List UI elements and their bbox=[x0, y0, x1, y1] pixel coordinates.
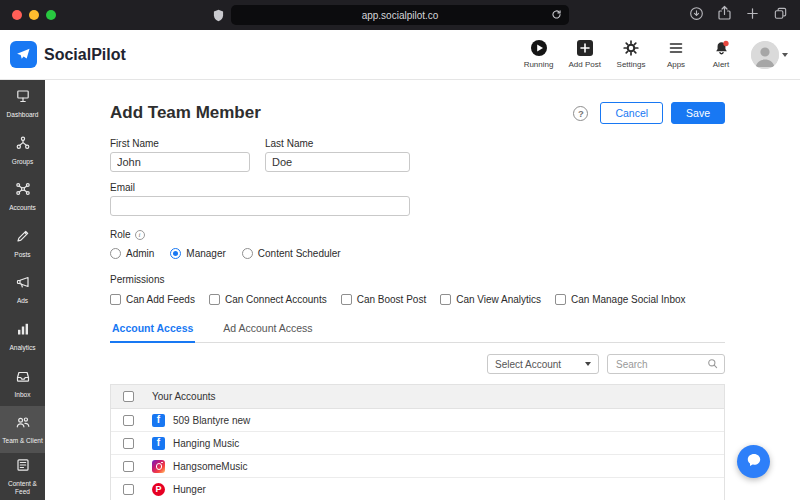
manager-radio[interactable] bbox=[170, 248, 181, 259]
accounts-icon bbox=[15, 181, 31, 201]
chat-launcher-button[interactable] bbox=[737, 445, 770, 478]
profile-menu[interactable] bbox=[751, 41, 788, 69]
table-row[interactable]: Hanging Music bbox=[111, 432, 724, 455]
dashboard-icon bbox=[15, 88, 31, 108]
role-label: Role bbox=[110, 229, 131, 240]
account-name: Hanging Music bbox=[173, 438, 239, 449]
bell-icon bbox=[713, 39, 730, 57]
zoom-window-button[interactable] bbox=[46, 10, 56, 20]
minimize-window-button[interactable] bbox=[29, 10, 39, 20]
table-row[interactable]: Hunger bbox=[111, 478, 724, 500]
can-view-analytics-checkbox[interactable] bbox=[440, 294, 451, 305]
cancel-button[interactable]: Cancel bbox=[600, 102, 663, 124]
main-content: Add Team Member Cancel Save First Name L… bbox=[45, 80, 800, 500]
add-post-button[interactable]: Add Post bbox=[569, 39, 601, 69]
table-row[interactable]: HangsomeMusic bbox=[111, 455, 724, 478]
team-icon bbox=[15, 414, 31, 434]
last-name-label: Last Name bbox=[265, 138, 410, 149]
sidebar-item-content-feed[interactable]: Content & Feed bbox=[0, 453, 45, 500]
url-text: app.socialpilot.co bbox=[362, 10, 439, 21]
sidebar-item-accounts[interactable]: Accounts bbox=[0, 173, 45, 220]
accounts-table: Your Accounts 509 Blantyre new Hanging M… bbox=[110, 384, 725, 500]
content-scheduler-radio[interactable] bbox=[242, 248, 253, 259]
account-select[interactable]: Select Account bbox=[487, 354, 599, 374]
apps-button[interactable]: Apps bbox=[661, 39, 691, 69]
chat-bubble-icon bbox=[746, 452, 762, 472]
permission-can-manage-social-inbox[interactable]: Can Manage Social Inbox bbox=[555, 294, 686, 305]
chevron-down-icon bbox=[782, 53, 788, 57]
role-option-content-scheduler[interactable]: Content Scheduler bbox=[242, 248, 341, 259]
account-select-value: Select Account bbox=[495, 359, 561, 370]
table-row[interactable]: 509 Blantyre new bbox=[111, 409, 724, 432]
sidebar-item-dashboard[interactable]: Dashboard bbox=[0, 80, 45, 127]
chevron-down-icon bbox=[585, 362, 591, 366]
sidebar-item-analytics[interactable]: Analytics bbox=[0, 313, 45, 360]
browser-titlebar: app.socialpilot.co bbox=[0, 0, 800, 30]
permission-can-boost-post[interactable]: Can Boost Post bbox=[341, 294, 426, 305]
tab-overview-icon[interactable] bbox=[773, 6, 788, 25]
help-icon[interactable] bbox=[573, 106, 588, 121]
search-input[interactable] bbox=[614, 358, 703, 371]
can-add-feeds-checkbox[interactable] bbox=[110, 294, 121, 305]
permission-can-add-feeds[interactable]: Can Add Feeds bbox=[110, 294, 195, 305]
last-name-field[interactable] bbox=[265, 152, 410, 172]
posts-icon bbox=[15, 228, 31, 248]
groups-icon bbox=[15, 135, 31, 155]
info-icon[interactable] bbox=[135, 230, 145, 240]
close-window-button[interactable] bbox=[12, 10, 22, 20]
inbox-icon bbox=[15, 368, 31, 388]
feed-icon bbox=[15, 457, 31, 477]
sidebar-nav: Dashboard Groups Accounts Posts Ads Anal… bbox=[0, 80, 45, 500]
select-all-checkbox[interactable] bbox=[123, 391, 134, 402]
tab-bar: Account Access Ad Account Access bbox=[110, 322, 725, 343]
email-field[interactable] bbox=[110, 196, 410, 216]
socialpilot-logo-icon bbox=[10, 41, 37, 68]
first-name-label: First Name bbox=[110, 138, 250, 149]
first-name-field[interactable] bbox=[110, 152, 250, 172]
page-title: Add Team Member bbox=[110, 103, 261, 123]
app-header: SocialPilot Running Add Post Settings Ap… bbox=[0, 30, 800, 80]
tab-account-access[interactable]: Account Access bbox=[110, 322, 195, 343]
sidebar-item-posts[interactable]: Posts bbox=[0, 220, 45, 267]
analytics-icon bbox=[15, 321, 31, 341]
brand-name: SocialPilot bbox=[44, 46, 126, 64]
can-boost-post-checkbox[interactable] bbox=[341, 294, 352, 305]
alert-button[interactable]: Alert bbox=[706, 39, 736, 69]
can-manage-social-inbox-checkbox[interactable] bbox=[555, 294, 566, 305]
save-button[interactable]: Save bbox=[671, 102, 725, 124]
refresh-icon[interactable] bbox=[551, 9, 562, 22]
downloads-icon[interactable] bbox=[689, 6, 704, 25]
menu-icon bbox=[668, 39, 684, 57]
facebook-icon bbox=[152, 414, 165, 427]
sidebar-item-inbox[interactable]: Inbox bbox=[0, 360, 45, 407]
row-checkbox[interactable] bbox=[123, 484, 134, 495]
instagram-icon bbox=[152, 460, 165, 473]
tab-ad-account-access[interactable]: Ad Account Access bbox=[221, 322, 314, 342]
role-option-admin[interactable]: Admin bbox=[110, 248, 154, 259]
running-button[interactable]: Running bbox=[524, 39, 554, 69]
row-checkbox[interactable] bbox=[123, 438, 134, 449]
privacy-shield-icon[interactable] bbox=[213, 8, 224, 26]
settings-button[interactable]: Settings bbox=[616, 39, 646, 69]
sidebar-item-team-client[interactable]: Team & Client bbox=[0, 406, 45, 453]
account-name: 509 Blantyre new bbox=[173, 415, 250, 426]
share-icon[interactable] bbox=[717, 5, 732, 25]
permission-can-connect-accounts[interactable]: Can Connect Accounts bbox=[209, 294, 327, 305]
permissions-label: Permissions bbox=[110, 274, 725, 285]
sidebar-item-ads[interactable]: Ads bbox=[0, 266, 45, 313]
permission-can-view-analytics[interactable]: Can View Analytics bbox=[440, 294, 541, 305]
search-icon bbox=[707, 355, 718, 373]
admin-radio[interactable] bbox=[110, 248, 121, 259]
sidebar-item-groups[interactable]: Groups bbox=[0, 127, 45, 174]
address-bar[interactable]: app.socialpilot.co bbox=[231, 5, 569, 25]
brand-logo[interactable]: SocialPilot bbox=[10, 41, 126, 68]
can-connect-accounts-checkbox[interactable] bbox=[209, 294, 220, 305]
gear-icon bbox=[623, 39, 639, 57]
facebook-icon bbox=[152, 437, 165, 450]
role-option-manager[interactable]: Manager bbox=[170, 248, 225, 259]
row-checkbox[interactable] bbox=[123, 415, 134, 426]
running-icon bbox=[530, 39, 548, 57]
window-controls bbox=[12, 10, 56, 20]
row-checkbox[interactable] bbox=[123, 461, 134, 472]
new-tab-icon[interactable] bbox=[745, 6, 760, 25]
